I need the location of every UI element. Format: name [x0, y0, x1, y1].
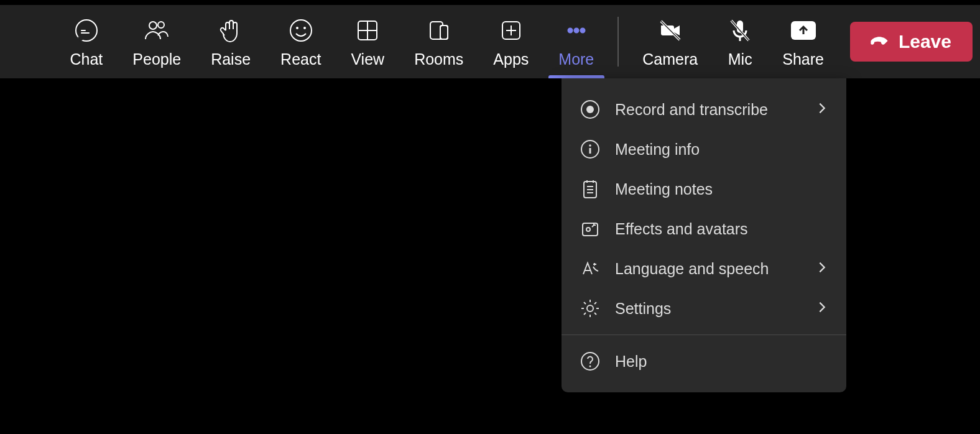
- more-icon: [564, 16, 589, 45]
- svg-point-37: [587, 305, 593, 312]
- svg-point-17: [580, 28, 585, 32]
- camera-off-icon: [658, 16, 683, 45]
- menu-settings-label: Settings: [615, 300, 815, 318]
- menu-help-label: Help: [615, 353, 829, 371]
- rooms-label: Rooms: [414, 50, 463, 68]
- menu-info-label: Meeting info: [615, 141, 829, 159]
- menu-language-label: Language and speech: [615, 260, 815, 278]
- people-label: People: [132, 50, 181, 68]
- meeting-toolbar: Chat People Raise React View Rooms: [0, 0, 980, 78]
- menu-record-label: Record and transcribe: [615, 101, 815, 119]
- share-icon: [791, 16, 816, 45]
- chat-icon: [74, 16, 99, 45]
- more-button[interactable]: More: [543, 5, 609, 78]
- apps-label: Apps: [493, 50, 529, 68]
- mic-off-icon: [728, 16, 752, 45]
- share-button[interactable]: Share: [767, 5, 839, 78]
- menu-language-speech[interactable]: Language and speech: [562, 249, 846, 289]
- leave-label: Leave: [899, 31, 951, 52]
- chevron-right-icon: [815, 260, 829, 278]
- svg-point-36: [586, 228, 590, 231]
- svg-rect-10: [440, 25, 448, 39]
- apps-button[interactable]: Apps: [478, 5, 543, 78]
- settings-icon: [579, 297, 601, 320]
- svg-point-15: [568, 28, 572, 32]
- people-button[interactable]: People: [118, 5, 196, 78]
- help-icon: [579, 350, 601, 372]
- svg-point-4: [296, 27, 298, 29]
- mic-button[interactable]: Mic: [713, 5, 767, 78]
- menu-effects-avatars[interactable]: Effects and avatars: [562, 209, 846, 249]
- menu-notes-label: Meeting notes: [615, 180, 829, 198]
- svg-point-3: [290, 20, 312, 41]
- more-menu: Record and transcribe Meeting info Meeti…: [562, 78, 846, 392]
- svg-point-38: [581, 353, 599, 370]
- menu-effects-label: Effects and avatars: [615, 220, 829, 238]
- raise-label: Raise: [211, 50, 251, 68]
- svg-point-1: [149, 22, 157, 29]
- svg-point-25: [586, 106, 594, 113]
- people-icon: [144, 16, 169, 45]
- chevron-right-icon: [815, 300, 829, 318]
- leave-button[interactable]: Leave: [850, 22, 973, 62]
- share-label: Share: [782, 50, 824, 68]
- raise-button[interactable]: Raise: [196, 5, 266, 78]
- chat-label: Chat: [70, 50, 103, 68]
- svg-point-27: [589, 144, 591, 147]
- view-label: View: [351, 50, 384, 68]
- language-icon: [579, 257, 601, 280]
- info-icon: [579, 138, 601, 160]
- chat-button[interactable]: Chat: [55, 5, 118, 78]
- menu-help[interactable]: Help: [562, 341, 846, 381]
- camera-button[interactable]: Camera: [627, 5, 713, 78]
- menu-settings[interactable]: Settings: [562, 289, 846, 328]
- rooms-icon: [427, 16, 451, 45]
- view-icon: [355, 16, 380, 45]
- react-icon: [289, 16, 313, 45]
- menu-meeting-notes[interactable]: Meeting notes: [562, 169, 846, 209]
- hangup-icon: [869, 29, 890, 55]
- svg-point-39: [589, 366, 591, 367]
- svg-point-16: [574, 28, 578, 32]
- notes-icon: [579, 178, 601, 200]
- rooms-button[interactable]: Rooms: [399, 5, 478, 78]
- effects-icon: [579, 218, 601, 240]
- record-icon: [579, 98, 601, 121]
- svg-point-5: [303, 27, 306, 29]
- toolbar-divider: [617, 17, 619, 67]
- more-label: More: [558, 50, 594, 68]
- camera-label: Camera: [642, 50, 698, 68]
- chevron-right-icon: [815, 101, 829, 119]
- svg-point-2: [158, 22, 164, 28]
- apps-icon: [499, 16, 524, 45]
- view-button[interactable]: View: [336, 5, 399, 78]
- react-label: React: [280, 50, 321, 68]
- raise-hand-icon: [218, 16, 243, 45]
- menu-separator: [562, 335, 846, 335]
- mic-label: Mic: [728, 50, 752, 68]
- menu-meeting-info[interactable]: Meeting info: [562, 129, 846, 169]
- react-button[interactable]: React: [266, 5, 336, 78]
- menu-record-transcribe[interactable]: Record and transcribe: [562, 90, 846, 129]
